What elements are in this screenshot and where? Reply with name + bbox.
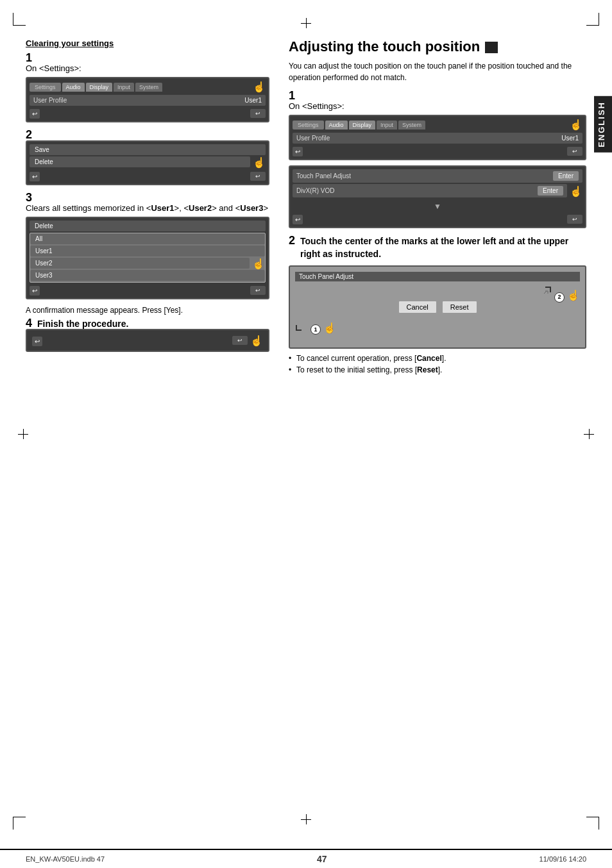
delete-header: Delete (30, 221, 266, 231)
enter-btn-s1[interactable]: ↩ (250, 109, 266, 118)
right-step2-number: 2 (289, 235, 295, 246)
right-description: You can adjust the touch position on the… (289, 60, 586, 83)
corner-bracket-icon (539, 286, 552, 299)
language-sidebar: ENGLISH (594, 96, 612, 153)
left-section-heading: Clearing your settings (26, 38, 269, 48)
hand-cursor-s3: ☝ (252, 258, 265, 270)
corner-mark-tr (586, 13, 599, 26)
delete-dropdown: All User1 User2 ☝ User3 (30, 233, 266, 283)
list-item-user2[interactable]: User2 (30, 258, 250, 269)
list-item-all[interactable]: All (30, 233, 265, 244)
right-step1-screen1: Settings Audio Display Input System ☝ Us… (289, 115, 586, 160)
right-back-btn-s1[interactable]: ↩ (293, 147, 303, 156)
left-step4: 4 Finish the procedure. ↩ ↩ ☝ (26, 317, 269, 352)
delete-row: Delete (30, 156, 250, 167)
hand-cursor-r2b: ☝ (323, 322, 336, 333)
corner-mark-bl (13, 817, 26, 830)
left-step1-screen: Settings Audio Display Input System ☝ Us… (26, 77, 269, 122)
circle-num-1: 1 (310, 324, 321, 335)
screen1-footer: ↩ ↩ (30, 108, 266, 119)
right-tab-input[interactable]: Input (377, 121, 397, 129)
back-btn-s4[interactable]: ↩ (32, 337, 42, 346)
tab-system[interactable]: System (135, 83, 162, 92)
screen-header-row: Settings Audio Display Input System ☝ (30, 81, 266, 93)
cancel-button[interactable]: Cancel (398, 301, 437, 313)
hand-cursor-s2: ☝ (253, 156, 266, 169)
hand-cursor-r1b: ☝ (570, 185, 582, 197)
footer-left: EN_KW-AV50EU.indb 47 (26, 855, 105, 863)
right-settings-tab: Settings (293, 121, 324, 129)
two-column-layout: Clearing your settings 1 On <Settings>: … (26, 38, 586, 381)
page-content: Clearing your settings 1 On <Settings>: … (26, 38, 586, 817)
right-user-profile-row: User Profile User1 (293, 133, 582, 144)
circle-num-2: 2 (554, 292, 565, 303)
corner-mark-tl (13, 13, 26, 26)
bullet-item-cancel: To cancel current operation, press [Canc… (289, 354, 586, 363)
hand-cursor-s1: ☝ (253, 81, 266, 93)
page-footer: EN_KW-AV50EU.indb 47 47 11/09/16 14:20 (0, 849, 612, 868)
right-step1-screen2: Touch Panel Adjust Enter DivX(R) VOD Ent… (289, 165, 586, 228)
scroll-arrow: ▼ (293, 201, 582, 211)
right-screen2-footer: ↩ ↩ (293, 213, 582, 224)
enter-btn-s2[interactable]: ↩ (250, 172, 266, 181)
left-step3-screen: Delete All User1 User2 ☝ User3 ↩ ↩ (26, 217, 269, 299)
crosshair-top (301, 18, 311, 28)
left-step4-screen: ↩ ↩ ☝ (26, 329, 269, 352)
save-row: Save (30, 144, 266, 155)
right-enter-btn-s2[interactable]: ↩ (567, 215, 582, 224)
right-screen1-header: Settings Audio Display Input System ☝ (293, 119, 582, 131)
right-column: Adjusting the touch position You can adj… (289, 38, 586, 381)
back-btn-s3[interactable]: ↩ (30, 286, 40, 296)
footer-right: 11/09/16 14:20 (540, 855, 586, 863)
tab-input[interactable]: Input (114, 83, 134, 92)
right-screen1-footer: ↩ ↩ (293, 146, 582, 156)
enter-btn-s4[interactable]: ↩ (232, 336, 248, 345)
right-step1: 1 On <Settings>: Settings Audio Display … (289, 90, 586, 228)
list-item-user1[interactable]: User1 (30, 246, 265, 256)
left-step2-screen: Save Delete ☝ ↩ ↩ (26, 140, 269, 185)
right-tab-system[interactable]: System (398, 121, 425, 129)
enter-btn-s3[interactable]: ↩ (250, 286, 266, 295)
tab-audio[interactable]: Audio (62, 83, 85, 92)
left-step3: 3 Clears all settings memorized in <User… (26, 192, 269, 299)
touch-adjust-header: Touch Panel Adjust (295, 272, 580, 281)
right-user-profile-value: User1 (561, 135, 579, 142)
right-user-profile-label: User Profile (296, 135, 330, 142)
left-step4-number: 4 (26, 317, 32, 329)
settings-tab: Settings (30, 83, 61, 92)
hand-cursor-r2: ☝ (567, 290, 580, 301)
bullet-item-reset: To reset to the initial setting, press [… (289, 365, 586, 374)
left-step4-text: Finish the procedure. (37, 319, 128, 329)
back-btn-s2[interactable]: ↩ (30, 172, 40, 181)
right-step2-instruction: Touch the center of the marks at the low… (300, 235, 586, 260)
right-tab-audio[interactable]: Audio (325, 121, 348, 129)
tab-display[interactable]: Display (86, 83, 113, 92)
user-profile-row: User Profile User1 (30, 95, 266, 106)
touch-panel-enter-btn[interactable]: Enter (553, 171, 579, 181)
left-step1-number: 1 (26, 52, 269, 63)
corner-bracket-lower-icon (295, 319, 308, 331)
hand-cursor-r1: ☝ (570, 119, 582, 131)
right-step1-text: On <Settings>: (289, 101, 586, 111)
step3-note: Clears all settings memorized in <User1>… (26, 203, 269, 213)
list-item-user3[interactable]: User3 (30, 270, 265, 281)
right-step1-number: 1 (289, 90, 586, 101)
left-step1: 1 On <Settings>: Settings Audio Display … (26, 52, 269, 122)
reset-button[interactable]: Reset (442, 301, 477, 313)
left-step2-number: 2 (26, 129, 269, 140)
divx-enter-btn[interactable]: Enter (538, 186, 563, 196)
left-column: Clearing your settings 1 On <Settings>: … (26, 38, 269, 381)
right-enter-btn-s1[interactable]: ↩ (567, 147, 582, 156)
touch-panel-adjust-label: Touch Panel Adjust (296, 172, 351, 179)
right-tab-display[interactable]: Display (349, 121, 376, 129)
touch-adjust-screen: Touch Panel Adjust 2 ☝ Cancel Reset (289, 265, 586, 349)
touch-adjust-buttons: Cancel Reset (295, 301, 580, 313)
back-btn-s1[interactable]: ↩ (30, 109, 40, 119)
screen2-footer: ↩ ↩ (30, 171, 266, 181)
touch-panel-adjust-row: Touch Panel Adjust Enter (293, 169, 582, 183)
corner-mark-lower-left: 1 ☝ (295, 319, 336, 335)
confirm-text: A confirmation message appears. Press [Y… (26, 306, 269, 315)
user-profile-label: User Profile (33, 97, 67, 104)
page-number: 47 (317, 854, 327, 864)
right-back-btn-s2[interactable]: ↩ (293, 215, 303, 224)
